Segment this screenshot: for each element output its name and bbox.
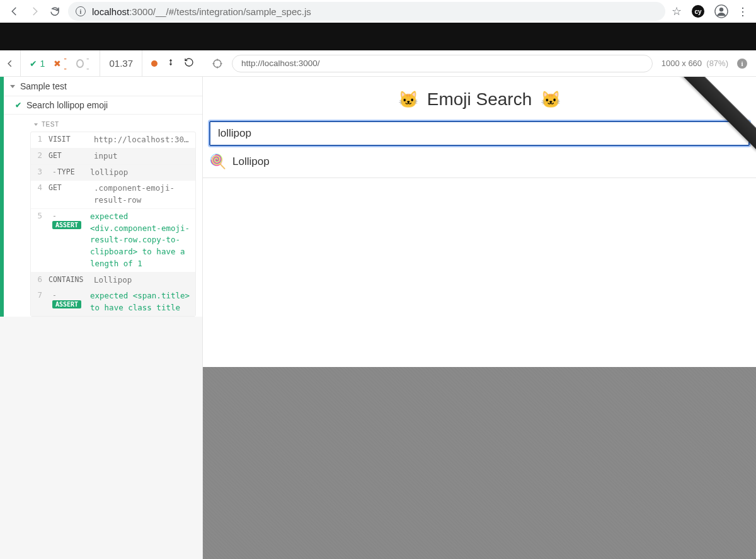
cypress-header: ✔1 ✖-- -- 01.37 http://localhost:3000/ 1…	[0, 50, 756, 77]
command-number: 1	[36, 134, 42, 144]
command-method: VISIT	[49, 134, 88, 144]
browser-menu-icon[interactable]: ⋯	[736, 6, 750, 16]
command-row[interactable]: 3TYPElollipop	[31, 165, 195, 181]
command-log: Sample test ✔ Search lollipop emoji TEST…	[0, 77, 203, 559]
browser-tab-strip	[0, 23, 756, 50]
command-row[interactable]: 4GET.component-emoji-result-row	[31, 181, 195, 209]
test-title[interactable]: ✔ Search lollipop emoji	[4, 96, 202, 115]
viewport-info: 1000 x 660 (87%)	[662, 59, 728, 68]
command-method: ASSERT	[49, 290, 84, 308]
command-method: GET	[49, 183, 88, 192]
runner-back-button[interactable]	[0, 50, 21, 77]
assert-badge: ASSERT	[52, 300, 81, 308]
command-row[interactable]: 7ASSERTexpected <span.title> to have cla…	[31, 288, 195, 316]
command-number: 4	[36, 183, 42, 192]
app-preview: 🐱 Emoji Search 🐱 🍭 Lollipop	[203, 77, 756, 559]
app-header: 🐱 Emoji Search 🐱	[203, 77, 756, 121]
command-number: 5	[36, 211, 42, 220]
site-info-icon[interactable]: i	[76, 6, 86, 16]
command-method: GET	[49, 150, 88, 160]
command-method: TYPE	[49, 167, 84, 176]
command-number: 7	[36, 290, 42, 300]
command-row[interactable]: 2GETinput	[31, 149, 195, 165]
rerun-button[interactable]	[184, 57, 194, 70]
browser-toolbar: i localhost:3000/__/#/tests/integration/…	[0, 0, 756, 23]
result-title: Lollipop	[232, 155, 270, 168]
viewport-info-icon[interactable]: i	[737, 59, 747, 69]
command-row[interactable]: 5ASSERTexpected <div.component-emoji-res…	[31, 209, 195, 273]
caret-down-icon	[10, 85, 15, 88]
pending-count: --	[76, 54, 91, 74]
title-emoji-right: 🐱	[541, 90, 561, 110]
preview-empty-area	[203, 367, 756, 559]
selector-playground-icon[interactable]	[212, 58, 223, 69]
assert-badge: ASSERT	[52, 221, 81, 229]
command-args: lollipop	[90, 167, 128, 179]
extension-cypress-icon[interactable]: cy	[692, 5, 704, 18]
command-method: ASSERT	[49, 211, 84, 229]
passed-count: ✔1	[30, 59, 45, 69]
title-emoji-left: 🐱	[398, 90, 418, 110]
suite-title[interactable]: Sample test	[4, 77, 202, 96]
command-number: 2	[36, 150, 42, 160]
back-icon[interactable]	[9, 6, 20, 17]
svg-point-2	[214, 60, 221, 67]
command-args: input	[94, 150, 118, 162]
bookmark-icon[interactable]: ☆	[672, 4, 682, 18]
emoji-result-row[interactable]: 🍭 Lollipop	[203, 146, 756, 178]
check-icon: ✔	[15, 101, 21, 110]
address-bar[interactable]: i localhost:3000/__/#/tests/integration/…	[68, 2, 665, 21]
command-args: http://localhost:30…	[94, 134, 189, 146]
reload-icon[interactable]	[49, 6, 60, 17]
command-row[interactable]: 6CONTAINSLollipop	[31, 273, 195, 289]
command-args: .component-emoji-result-row	[94, 183, 190, 206]
result-emoji-icon: 🍭	[209, 154, 226, 170]
test-body-label: TEST	[4, 118, 202, 130]
failed-count: ✖--	[54, 54, 67, 74]
app-url-display[interactable]: http://localhost:3000/	[232, 55, 653, 72]
account-icon[interactable]	[714, 4, 728, 18]
command-row[interactable]: 1VISIThttp://localhost:30…	[31, 132, 195, 149]
command-number: 3	[36, 167, 42, 176]
command-list: 1VISIThttp://localhost:30…2GETinput3TYPE…	[30, 132, 196, 317]
command-args: expected <div.component-emoji-result-row…	[90, 211, 190, 270]
viewport-scale-icon[interactable]	[166, 58, 175, 69]
command-number: 6	[36, 274, 42, 284]
duration: 01.37	[100, 50, 142, 77]
sidebar-empty-area	[0, 317, 202, 559]
record-indicator-icon	[151, 60, 158, 67]
url-text: localhost:3000/__/#/tests/integration/sa…	[92, 6, 311, 17]
search-input[interactable]	[209, 121, 750, 146]
command-method: CONTAINS	[49, 274, 88, 284]
caret-down-icon	[34, 123, 38, 126]
command-args: Lollipop	[94, 274, 132, 286]
test-stats: ✔1 ✖-- --	[21, 50, 100, 77]
forward-icon[interactable]	[29, 6, 40, 17]
svg-point-1	[719, 8, 723, 11]
app-title-text: Emoji Search	[427, 89, 532, 110]
command-args: expected <span.title> to have class titl…	[90, 290, 190, 314]
